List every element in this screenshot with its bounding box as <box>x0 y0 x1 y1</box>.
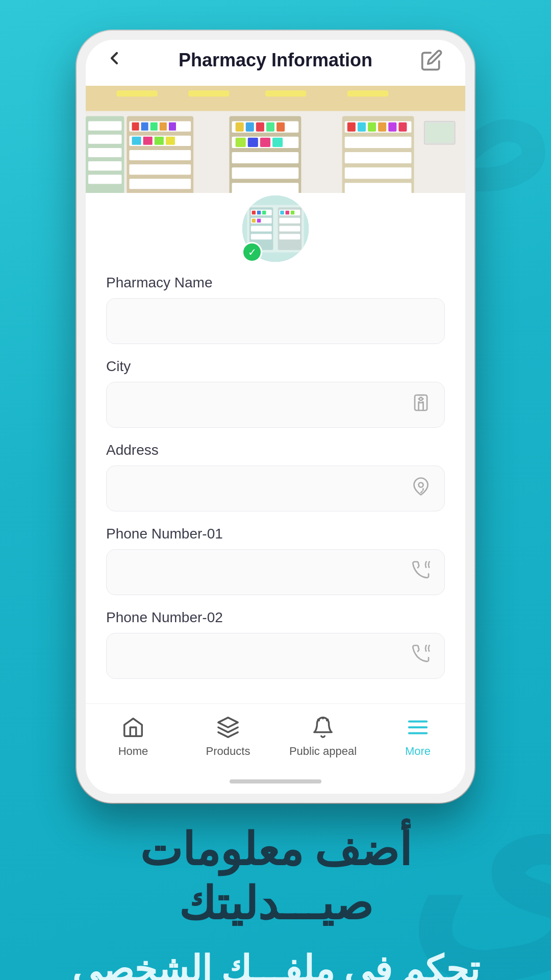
svg-rect-74 <box>280 211 284 214</box>
nav-products[interactable]: Products <box>181 714 276 758</box>
svg-rect-26 <box>232 167 299 179</box>
svg-rect-16 <box>160 122 167 131</box>
svg-rect-62 <box>251 226 272 231</box>
city-input[interactable] <box>121 397 412 413</box>
address-group: Address <box>106 442 445 511</box>
address-field[interactable] <box>106 465 445 511</box>
svg-point-78 <box>419 397 422 400</box>
pharmacy-name-group: Pharmacy Name <box>106 275 445 344</box>
svg-rect-28 <box>236 122 244 132</box>
home-icon <box>120 714 146 741</box>
home-indicator <box>86 773 465 794</box>
svg-rect-35 <box>260 138 270 147</box>
svg-rect-29 <box>246 122 254 132</box>
svg-rect-45 <box>368 122 376 132</box>
verified-badge: ✓ <box>242 242 262 262</box>
phone2-group: Phone Number-02 <box>106 609 445 679</box>
svg-rect-34 <box>248 138 258 147</box>
pharmacy-name-field[interactable] <box>106 298 445 344</box>
app-header: Pharmacy Information <box>86 40 465 86</box>
address-label: Address <box>106 442 445 458</box>
nav-more-label: More <box>405 745 431 758</box>
nav-home-label: Home <box>118 745 148 758</box>
svg-rect-73 <box>279 234 300 239</box>
bell-icon <box>310 714 336 741</box>
pharmacy-name-input[interactable] <box>121 313 430 329</box>
svg-rect-30 <box>256 122 264 132</box>
svg-rect-41 <box>345 167 412 179</box>
phone2-label: Phone Number-02 <box>106 609 445 626</box>
arabic-sub-heading: تحكم في ملفـــك الشخصي بسهولة <box>41 946 510 980</box>
phone1-input[interactable] <box>121 564 412 580</box>
phone1-field[interactable] <box>106 549 445 595</box>
svg-rect-0 <box>86 86 465 111</box>
svg-rect-12 <box>129 179 191 189</box>
home-bar <box>230 779 321 783</box>
svg-rect-76 <box>291 211 294 214</box>
svg-rect-56 <box>426 123 454 143</box>
nav-public-appeal-label: Public appeal <box>289 745 357 758</box>
phone2-icon <box>412 645 430 668</box>
svg-rect-65 <box>257 211 261 214</box>
city-label: City <box>106 358 445 375</box>
svg-rect-47 <box>388 122 396 132</box>
arabic-main-heading: أضف معلومات صيـــدليتك <box>41 823 510 931</box>
address-input[interactable] <box>121 480 412 497</box>
back-button[interactable] <box>104 48 135 73</box>
svg-rect-53 <box>88 161 121 170</box>
svg-rect-18 <box>132 137 141 145</box>
svg-rect-75 <box>286 211 289 214</box>
svg-rect-40 <box>345 152 412 163</box>
svg-rect-72 <box>279 226 300 231</box>
svg-rect-31 <box>266 122 274 132</box>
nav-home[interactable]: Home <box>86 714 181 758</box>
form-section: Pharmacy Name City <box>86 275 465 703</box>
svg-rect-3 <box>265 90 306 96</box>
phone2-field[interactable] <box>106 633 445 679</box>
svg-rect-32 <box>277 122 285 132</box>
building-icon <box>412 394 430 416</box>
svg-rect-48 <box>398 122 407 132</box>
svg-point-79 <box>419 482 423 487</box>
svg-rect-19 <box>143 137 153 145</box>
edit-button[interactable] <box>416 45 447 76</box>
svg-rect-36 <box>272 138 283 147</box>
phone2-input[interactable] <box>121 648 412 664</box>
location-pin-icon <box>412 477 430 500</box>
nav-public-appeal[interactable]: Public appeal <box>276 714 370 758</box>
svg-rect-52 <box>88 148 121 157</box>
svg-rect-54 <box>88 175 121 184</box>
box-icon <box>215 714 241 741</box>
svg-rect-20 <box>155 137 164 145</box>
svg-rect-33 <box>236 138 246 147</box>
phone-mockup: Pharmacy Information <box>77 31 474 803</box>
svg-rect-14 <box>141 122 148 131</box>
svg-rect-71 <box>279 218 300 224</box>
avatar-wrapper: ✓ <box>240 193 311 264</box>
svg-rect-10 <box>129 150 191 160</box>
svg-rect-43 <box>347 122 356 132</box>
phone-icon <box>412 561 430 584</box>
pharmacy-name-label: Pharmacy Name <box>106 275 445 291</box>
svg-rect-68 <box>257 219 261 223</box>
svg-rect-63 <box>251 234 272 239</box>
city-group: City <box>106 358 445 428</box>
svg-rect-15 <box>151 122 158 131</box>
svg-rect-1 <box>116 90 157 96</box>
svg-rect-44 <box>358 122 366 132</box>
svg-rect-46 <box>378 122 386 132</box>
svg-rect-51 <box>88 135 121 144</box>
svg-rect-11 <box>129 164 191 175</box>
phone-inner: Pharmacy Information <box>86 40 465 794</box>
nav-more[interactable]: More <box>370 714 465 758</box>
city-field[interactable] <box>106 382 445 428</box>
phone1-label: Phone Number-01 <box>106 526 445 542</box>
nav-products-label: Products <box>206 745 251 758</box>
svg-rect-50 <box>88 121 121 131</box>
menu-icon <box>405 714 431 741</box>
svg-rect-17 <box>169 122 176 131</box>
svg-rect-39 <box>345 137 412 148</box>
svg-rect-25 <box>232 152 299 163</box>
svg-rect-2 <box>188 90 229 96</box>
bottom-nav: Home Products <box>86 703 465 773</box>
